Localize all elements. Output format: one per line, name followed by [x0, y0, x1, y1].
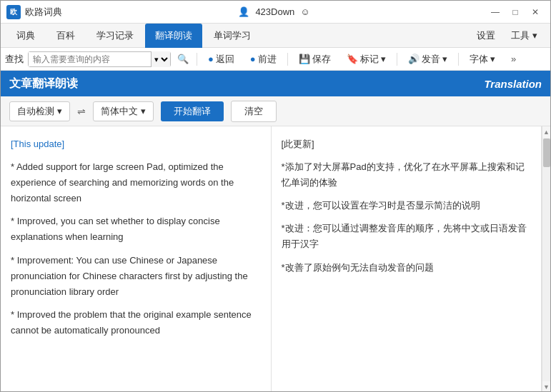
voice-button[interactable]: 🔊 发音 ▾	[402, 51, 454, 67]
right-para-1: *添加了对大屏幕Pad的支持，优化了在水平屏幕上搜索和记忆单词的体验	[282, 159, 532, 191]
save-icon: 💾	[299, 54, 310, 64]
font-button[interactable]: 字体 ▾	[463, 51, 502, 67]
right-para-0: [此更新]	[282, 136, 532, 152]
translation-controls: 自动检测 ▾ ⇌ 简体中文 ▾ 开始翻译 清空	[1, 96, 550, 126]
tab-study-log[interactable]: 学习记录	[86, 24, 144, 48]
start-translation-button[interactable]: 开始翻译	[161, 101, 224, 121]
font-arrow-icon: ▾	[490, 54, 495, 64]
tab-dict[interactable]: 词典	[6, 24, 45, 48]
right-para-2: *改进，您可以设置在学习时是否显示简洁的说明	[282, 198, 532, 213]
source-text-panel: [This update] * Added support for large …	[1, 126, 272, 392]
voice-arrow-icon: ▾	[442, 54, 447, 64]
scroll-up-arrow[interactable]: ▲	[542, 126, 551, 138]
separator-3	[397, 53, 397, 66]
section-title: 文章翻译朗读	[9, 76, 78, 91]
more-button[interactable]: »	[505, 51, 523, 67]
back-circle-icon: ●	[208, 54, 214, 64]
user-icon: 👤	[238, 6, 249, 17]
right-para-3: *改进：您可以通过调整发音库的顺序，先将中文或日语发音用于汉字	[282, 221, 532, 252]
mark-arrow-icon: ▾	[381, 54, 386, 64]
voice-label: 发音	[422, 53, 440, 66]
mark-icon: 🔖	[347, 54, 358, 64]
settings-button[interactable]: 设置	[470, 26, 502, 45]
left-para-3: * Improvement: You can use Chinese or Ja…	[11, 253, 261, 300]
section-header: 文章翻译朗读 Translation	[1, 71, 550, 96]
source-lang-arrow-icon: ▾	[57, 106, 62, 116]
scroll-thumb[interactable]	[543, 139, 550, 167]
swap-icon[interactable]: ⇌	[77, 106, 86, 117]
vertical-scrollbar[interactable]: ▲ ▼	[542, 126, 550, 392]
save-label: 保存	[312, 53, 331, 66]
back-label: 返回	[216, 53, 234, 66]
tab-word-study[interactable]: 单词学习	[204, 24, 261, 48]
left-highlight-0: [This update]	[11, 139, 64, 149]
tab-translate[interactable]: 翻译朗读	[145, 24, 202, 48]
left-para-0: [This update]	[11, 136, 261, 152]
app-logo: 欧	[6, 5, 21, 19]
maximize-button[interactable]: □	[506, 4, 525, 20]
target-lang-button[interactable]: 简体中文 ▾	[93, 101, 154, 121]
mark-button[interactable]: 🔖 标记 ▾	[340, 51, 392, 67]
search-input[interactable]	[29, 52, 151, 66]
app-title: 欧路词典	[25, 6, 62, 19]
scroll-down-arrow[interactable]: ▼	[542, 381, 551, 392]
title-bar: 欧 欧路词典 👤 423Down ☺ — □ ✕	[1, 1, 550, 24]
toolbar: 查找 ▾ 🔍 ● 返回 ● 前进 💾 保存 🔖 标记 ▾ 🔊 发音 ▾ 字体 ▾…	[1, 48, 550, 71]
font-label: 字体	[470, 53, 488, 66]
tools-arrow-icon: ▾	[532, 30, 537, 41]
username: 423Down	[255, 6, 294, 17]
source-lang-label: 自动检测	[17, 105, 54, 118]
source-lang-button[interactable]: 自动检测 ▾	[9, 101, 70, 121]
separator-1	[197, 53, 197, 66]
title-center: 👤 423Down ☺	[238, 6, 309, 17]
left-para-1: * Added support for large screen Pad, op…	[11, 159, 261, 206]
tools-button[interactable]: 工具 ▾	[504, 26, 545, 45]
search-dropdown[interactable]: ▾	[151, 51, 170, 67]
window-controls: — □ ✕	[486, 4, 545, 20]
search-label: 查找	[5, 53, 24, 66]
mark-label: 标记	[360, 53, 379, 66]
target-lang-label: 简体中文	[101, 105, 138, 118]
left-para-2: * Improved, you can set whether to displ…	[11, 213, 261, 245]
separator-4	[458, 53, 459, 66]
save-button[interactable]: 💾 保存	[292, 51, 337, 67]
forward-circle-icon: ●	[250, 54, 256, 64]
target-lang-arrow-icon: ▾	[141, 106, 146, 116]
translated-text-panel: [此更新] *添加了对大屏幕Pad的支持，优化了在水平屏幕上搜索和记忆单词的体验…	[272, 126, 542, 392]
search-container: ▾	[28, 51, 171, 67]
forward-label: 前进	[258, 53, 277, 66]
right-para-4: *改善了原始例句无法自动发音的问题	[282, 260, 532, 276]
search-button[interactable]: 🔍	[174, 51, 192, 67]
close-button[interactable]: ✕	[526, 4, 545, 20]
scroll-track[interactable]	[542, 138, 551, 381]
back-button[interactable]: ● 返回	[202, 51, 241, 67]
tab-wiki[interactable]: 百科	[46, 24, 85, 48]
content-area: [This update] * Added support for large …	[1, 126, 550, 392]
tools-label: 工具	[511, 30, 530, 41]
minimize-button[interactable]: —	[486, 4, 505, 20]
section-badge: Translation	[484, 78, 542, 90]
title-left: 欧 欧路词典	[6, 5, 62, 19]
left-para-4: * Improved the problem that the original…	[11, 307, 261, 338]
voice-icon: 🔊	[408, 54, 420, 64]
nav-bar: 词典 百科 学习记录 翻译朗读 单词学习 设置 工具 ▾	[1, 24, 550, 48]
emoji-icon: ☺	[300, 6, 309, 17]
separator-2	[287, 53, 288, 66]
clear-button[interactable]: 清空	[231, 101, 277, 122]
forward-button[interactable]: ● 前进	[244, 51, 283, 67]
